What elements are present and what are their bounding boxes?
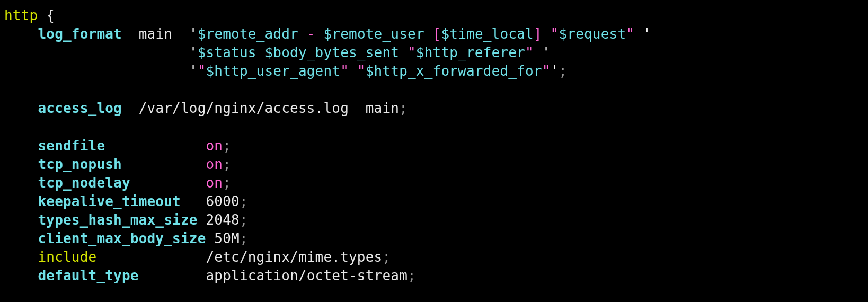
fmt-sep: " bbox=[626, 26, 643, 42]
fmt-sep bbox=[256, 45, 265, 60]
dir-access-log: access_log bbox=[38, 100, 122, 116]
val-include: /etc/nginx/mime.types bbox=[206, 249, 383, 265]
var-remote-user: $remote_user bbox=[324, 26, 424, 42]
fmt-sep: " bbox=[399, 45, 416, 60]
access-log-path: /var/log/nginx/access.log bbox=[139, 100, 349, 116]
semicolon: ; bbox=[223, 138, 231, 154]
quote-close: ' bbox=[542, 45, 551, 60]
quote-close: ' bbox=[643, 26, 651, 42]
semicolon: ; bbox=[408, 268, 416, 283]
semicolon: ; bbox=[382, 249, 391, 265]
semicolon: ; bbox=[240, 212, 248, 228]
dir-types-hash-max-size: types_hash_max_size bbox=[38, 212, 197, 228]
fmt-sep: " bbox=[542, 63, 551, 79]
dir-tcp-nodelay: tcp_nodelay bbox=[38, 175, 130, 191]
fmt-sep: ] " bbox=[534, 26, 559, 42]
quote-open: ' bbox=[189, 63, 198, 79]
val-tcp-nopush: on bbox=[206, 156, 223, 172]
dir-log-format: log_format bbox=[38, 26, 122, 42]
dir-include: include bbox=[38, 249, 96, 265]
val-default-type: application/octet-stream bbox=[206, 268, 408, 283]
var-request: $request bbox=[559, 26, 626, 42]
dir-client-max-body-size: client_max_body_size bbox=[38, 230, 206, 246]
val-tcp-nodelay: on bbox=[206, 175, 223, 191]
var-status: $status bbox=[198, 45, 256, 60]
val-sendfile: on bbox=[206, 138, 223, 154]
var-body-bytes-sent: $body_bytes_sent bbox=[264, 45, 399, 60]
semicolon: ; bbox=[223, 156, 231, 172]
val-types-hash-max-size: 2048 bbox=[206, 212, 240, 228]
dir-default-type: default_type bbox=[38, 268, 138, 283]
quote-open: ' bbox=[189, 26, 198, 42]
semicolon: ; bbox=[240, 193, 248, 209]
val-keepalive-timeout: 6000 bbox=[206, 193, 240, 209]
nginx-config-snippet: http { log_format main '$remote_addr - $… bbox=[0, 0, 868, 296]
log-format-name: main bbox=[139, 26, 172, 42]
quote-close: ' bbox=[551, 63, 559, 79]
var-http-x-forwarded-for: $http_x_forwarded_for bbox=[366, 63, 542, 79]
semicolon: ; bbox=[559, 63, 567, 79]
semicolon: ; bbox=[399, 100, 408, 116]
dir-tcp-nopush: tcp_nopush bbox=[38, 156, 122, 172]
access-log-name: main bbox=[366, 100, 399, 116]
quote-open: ' bbox=[189, 45, 198, 60]
fmt-sep: - bbox=[298, 26, 324, 42]
dir-sendfile: sendfile bbox=[38, 138, 105, 154]
fmt-sep: " bbox=[525, 45, 542, 60]
fmt-sep: " bbox=[198, 63, 206, 79]
dir-keepalive-timeout: keepalive_timeout bbox=[38, 193, 181, 209]
fmt-sep: [ bbox=[424, 26, 441, 42]
open-brace: { bbox=[46, 7, 55, 23]
semicolon: ; bbox=[240, 230, 248, 246]
val-client-max-body-size: 50M bbox=[214, 230, 240, 246]
var-http-user-agent: $http_user_agent bbox=[206, 63, 341, 79]
fmt-sep: " " bbox=[340, 63, 366, 79]
var-remote-addr: $remote_addr bbox=[198, 26, 298, 42]
var-time-local: $time_local bbox=[441, 26, 533, 42]
semicolon: ; bbox=[223, 175, 231, 191]
block-keyword: http bbox=[4, 7, 38, 23]
var-http-referer: $http_referer bbox=[416, 45, 525, 60]
